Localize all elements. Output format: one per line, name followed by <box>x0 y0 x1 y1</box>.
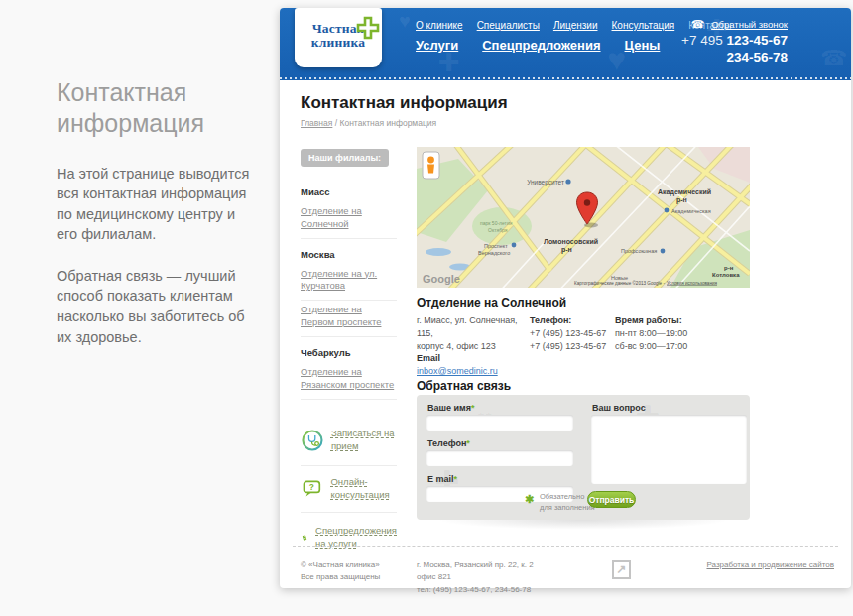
question-label-text: Ваш вопрос <box>592 403 646 413</box>
map-label: Университет <box>527 179 564 186</box>
breadcrumb-current: Контактная информация <box>339 118 436 128</box>
question-textarea[interactable] <box>591 415 747 484</box>
metro-icon <box>565 179 570 184</box>
name-label: Ваше имя* <box>427 403 474 413</box>
email-label-text: E mail <box>427 474 454 484</box>
phone-icon: ☎ <box>691 18 705 30</box>
phone-number-1: 123-45-67 <box>726 33 788 48</box>
main-navigation: УслугиСпецпредложенияЦены <box>416 38 683 53</box>
email-label: E mail* <box>427 474 457 484</box>
map-label: Котловка <box>712 272 740 278</box>
map[interactable]: Университет Академический р-н Академичес… <box>417 147 750 288</box>
branch-phone-number: +7 (495) 123-45-67 <box>530 340 615 353</box>
required-mark: * <box>454 474 458 484</box>
address-line: г. Миасс, ул. Солнечная, 115, <box>417 314 528 340</box>
question-label: Ваш вопрос <box>592 403 646 413</box>
nav-consultation[interactable]: Консультация <box>612 20 675 31</box>
branch-link-solnechnaya[interactable]: Отделение на Солнечной <box>301 202 397 239</box>
required-mark: * <box>466 438 470 448</box>
map-label: Октября <box>488 227 508 233</box>
form-shadow <box>436 520 730 530</box>
quick-link-online-consult-label[interactable]: Онлайн-консультация <box>330 476 397 501</box>
quick-links: Записаться на прием ? Онлайн-консультаци… <box>301 416 397 562</box>
branch-address: г. Миасс, ул. Солнечная, 115, корпус 4, … <box>417 314 528 353</box>
branch-link-kurchatova[interactable]: Отделение на ул. Курчатова <box>301 265 397 302</box>
map-terms-link[interactable]: Условия использования <box>667 281 717 286</box>
submit-button[interactable]: Отправить <box>587 491 636 508</box>
hours-label: Время работы: <box>615 314 714 327</box>
developer-logo-icon[interactable]: ↗ <box>612 560 631 579</box>
branch-hours: Время работы: пн-пт 8:00—19:00 сб-вс 9:0… <box>615 314 714 353</box>
branch-email: Email inbox@somedinic.ru <box>417 352 498 378</box>
nav-special-offers[interactable]: Спецпредложения <box>482 38 600 53</box>
quick-link-appointment[interactable]: Записаться на прием <box>301 416 397 465</box>
footer-address-line: тел: (495) 123-45-67, 234-56-78 <box>417 584 534 596</box>
footer-copyright: © «Частная клиника» Все права защищены <box>301 559 380 584</box>
quick-link-online-consult[interactable]: ? Онлайн-консультация <box>301 465 397 512</box>
svg-text:?: ? <box>309 483 314 492</box>
footer-copyright-line: Все права защищены <box>301 571 380 583</box>
required-mark: * <box>471 403 475 413</box>
branch-city: Миасс <box>301 186 397 197</box>
svg-text:%: % <box>304 536 307 540</box>
pegman-control[interactable] <box>423 152 439 179</box>
feedback-title: Обратная связь <box>417 379 511 393</box>
nav-prices[interactable]: Цены <box>625 38 661 53</box>
site-footer: © «Частная клиника» Все права защищены г… <box>293 546 838 547</box>
required-star-icon: ✱ <box>525 493 534 506</box>
map-water <box>426 248 451 256</box>
metro-icon <box>661 249 666 254</box>
map-label: Академический <box>658 188 711 196</box>
phone-label: Телефон: <box>530 314 615 327</box>
branch-city: Москва <box>301 249 397 260</box>
question-bubble-icon: ? <box>301 474 323 504</box>
map-marker-dot <box>584 199 590 205</box>
google-logo[interactable]: Google <box>423 273 460 285</box>
breadcrumb: Главная / Контактная информация <box>301 118 436 128</box>
footer-copyright-line: © «Частная клиника» <box>301 559 380 571</box>
page-title: Контактная информация <box>301 93 508 113</box>
map-label: парк 50-летия <box>480 220 513 226</box>
required-note-line: для заполнения <box>540 503 595 514</box>
map-label: р-н <box>561 246 572 254</box>
breadcrumb-home-link[interactable]: Главная <box>301 118 332 128</box>
map-label: Академическая <box>671 208 711 214</box>
phone-label: Телефон* <box>427 438 470 448</box>
map-label: Вернадского <box>478 250 510 256</box>
feedback-form: ♥ ✚ ♥ ✚ Ваше имя* Телефон* E mail* Ваш в… <box>417 395 750 520</box>
nav-licenses[interactable]: Лицензии <box>553 20 598 31</box>
branch-phones: Телефон: +7 (495) 123-45-67 +7 (495) 123… <box>530 314 615 353</box>
branch-phone-number: +7 (495) 123-45-67 <box>530 327 615 340</box>
description-panel: Контактная информация На этой странице в… <box>57 77 250 368</box>
branch-link-pervom-prospekte[interactable]: Отделение на Первом проспекте <box>301 301 397 337</box>
footer-address: г. Москва, Рязанский пр. 22, к. 2 офис 8… <box>417 559 534 596</box>
quick-link-appointment-label[interactable]: Записаться на прием <box>331 428 397 452</box>
email-label: Email <box>417 352 498 365</box>
map-copyright: Картографические данные ©2013 Google - <box>574 280 665 286</box>
branch-city: Чебаркуль <box>301 347 397 358</box>
name-input[interactable] <box>426 415 573 431</box>
branch-groups: Миасс Отделение на Солнечной Москва Отде… <box>301 186 397 400</box>
nav-specialists[interactable]: Специалисты <box>477 20 540 31</box>
nav-about[interactable]: О клинике <box>416 20 463 31</box>
nav-services[interactable]: Услуги <box>416 38 458 53</box>
phone-number-2: 234-56-78 <box>726 50 788 64</box>
footer-address-line: офис 821 <box>417 571 534 583</box>
hours-line: сб-вс 9:00—17:00 <box>615 340 714 353</box>
map-canvas[interactable]: Университет Академический р-н Академичес… <box>417 147 750 288</box>
required-note: Обязательно для заполнения <box>540 492 595 513</box>
quick-link-offers[interactable]: % Спецпредложения на услуги <box>301 512 397 562</box>
stethoscope-icon <box>301 424 324 457</box>
breadcrumb-separator: / <box>335 118 337 128</box>
branch-link-ryazanskom[interactable]: Отделение на Рязанском проспекте <box>301 363 397 400</box>
developer-link[interactable]: Разработка и продвижение сайтов <box>706 560 834 569</box>
branches-sidebar: Наши филиалы: Миасс Отделение на Солнечн… <box>301 147 397 562</box>
green-cross-icon <box>356 16 380 40</box>
hours-line: пн-пт 8:00—19:00 <box>615 327 714 340</box>
clinic-logo[interactable]: Частная клиника <box>295 8 382 67</box>
callback-link[interactable]: Обратный звонок <box>711 19 788 30</box>
map-label: р-н <box>724 265 734 271</box>
email-link[interactable]: inbox@somedinic.ru <box>417 366 498 376</box>
phone-input[interactable] <box>426 450 573 466</box>
map-label: Профсоюзная <box>621 248 657 254</box>
